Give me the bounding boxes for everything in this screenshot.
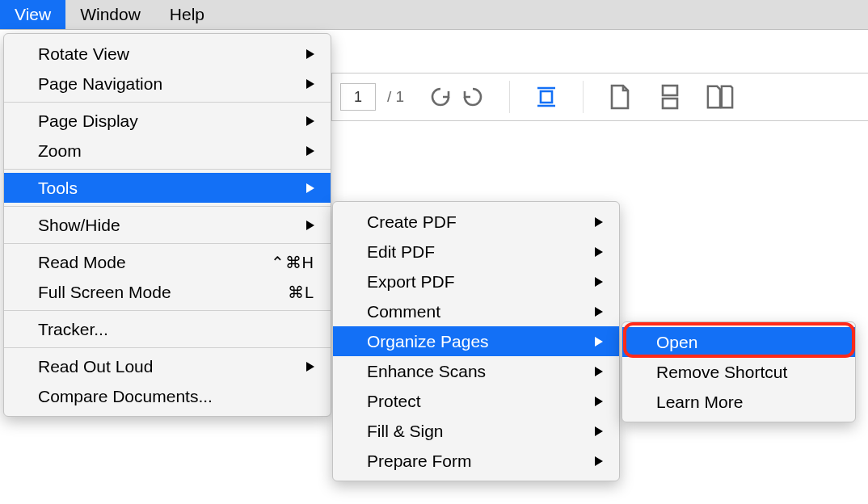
menubar-help[interactable]: Help xyxy=(155,0,219,29)
menu-protect-label: Protect xyxy=(367,392,421,411)
menu-tracker-label: Tracker... xyxy=(38,320,108,339)
menu-enhance-scans[interactable]: Enhance Scans xyxy=(333,356,619,386)
menu-rotate-view-label: Rotate View xyxy=(38,44,129,64)
menu-enhance-scans-label: Enhance Scans xyxy=(367,362,486,381)
rotate-ccw-icon[interactable] xyxy=(459,83,487,111)
menu-tools-label: Tools xyxy=(38,178,78,198)
menu-separator xyxy=(4,102,331,103)
menu-tracker[interactable]: Tracker... xyxy=(4,314,331,344)
page-icon[interactable] xyxy=(606,83,634,111)
submenu-arrow-icon xyxy=(306,116,314,126)
menu-rotate-view[interactable]: Rotate View xyxy=(4,39,331,69)
menu-edit-pdf-label: Edit PDF xyxy=(367,242,435,262)
two-page-icon[interactable] xyxy=(706,83,734,111)
submenu-arrow-icon xyxy=(306,146,314,156)
scroll-icon[interactable] xyxy=(656,83,684,111)
submenu-arrow-icon xyxy=(595,337,603,346)
menubar-view-label: View xyxy=(15,5,51,24)
submenu-arrow-icon xyxy=(306,183,314,193)
menu-compare-documents[interactable]: Compare Documents... xyxy=(4,381,331,411)
svg-rect-1 xyxy=(663,99,677,108)
submenu-arrow-icon xyxy=(595,277,603,287)
menu-learn-more-label: Learn More xyxy=(656,393,743,412)
submenu-arrow-icon xyxy=(306,362,314,372)
tools-submenu: Create PDF Edit PDF Export PDF Comment O… xyxy=(332,201,620,481)
menu-organize-pages[interactable]: Organize Pages xyxy=(333,326,619,356)
menu-fill-sign-label: Fill & Sign xyxy=(367,422,444,441)
menu-organize-pages-label: Organize Pages xyxy=(367,332,489,351)
menu-read-mode-label: Read Mode xyxy=(38,253,126,272)
menu-separator xyxy=(4,243,331,244)
menu-read-out-loud[interactable]: Read Out Loud xyxy=(4,351,331,381)
menu-read-mode-shortcut: ⌃⌘H xyxy=(271,253,314,272)
menu-export-pdf-label: Export PDF xyxy=(367,272,455,292)
menu-open[interactable]: Open xyxy=(622,327,855,357)
menubar-window[interactable]: Window xyxy=(65,0,155,29)
menu-page-navigation-label: Page Navigation xyxy=(38,74,162,94)
toolbar: / 1 xyxy=(331,73,868,121)
submenu-arrow-icon xyxy=(595,307,603,317)
svg-rect-0 xyxy=(663,86,677,95)
menubar-view[interactable]: View xyxy=(0,0,65,29)
submenu-arrow-icon xyxy=(595,217,603,227)
menu-fill-sign[interactable]: Fill & Sign xyxy=(333,416,619,446)
submenu-arrow-icon xyxy=(306,79,314,89)
menu-separator xyxy=(4,347,331,348)
view-menu: Rotate View Page Navigation Page Display… xyxy=(3,33,331,417)
submenu-arrow-icon xyxy=(595,456,603,466)
menu-full-screen-mode[interactable]: Full Screen Mode ⌘L xyxy=(4,277,331,307)
menu-export-pdf[interactable]: Export PDF xyxy=(333,267,619,296)
menu-page-navigation[interactable]: Page Navigation xyxy=(4,69,331,99)
menu-show-hide[interactable]: Show/Hide xyxy=(4,210,331,240)
menu-read-mode[interactable]: Read Mode ⌃⌘H xyxy=(4,247,331,277)
menu-zoom-label: Zoom xyxy=(38,141,82,161)
organize-pages-submenu: Open Remove Shortcut Learn More xyxy=(622,321,856,422)
rotate-cw-icon[interactable] xyxy=(427,83,454,111)
menubar-help-label: Help xyxy=(170,5,204,24)
menu-page-display-label: Page Display xyxy=(38,111,138,131)
toolbar-separator xyxy=(509,81,510,113)
menu-learn-more[interactable]: Learn More xyxy=(622,387,855,417)
menu-open-label: Open xyxy=(656,333,697,352)
menu-read-out-loud-label: Read Out Loud xyxy=(38,357,153,376)
menu-create-pdf-label: Create PDF xyxy=(367,212,457,232)
submenu-arrow-icon xyxy=(306,49,314,59)
page-number-input[interactable] xyxy=(340,83,376,111)
menu-protect[interactable]: Protect xyxy=(333,386,619,416)
menu-separator xyxy=(4,206,331,207)
menu-tools[interactable]: Tools xyxy=(4,173,331,203)
menu-show-hide-label: Show/Hide xyxy=(38,216,120,235)
menu-comment-label: Comment xyxy=(367,302,440,321)
menu-comment[interactable]: Comment xyxy=(333,296,619,326)
menu-separator xyxy=(4,169,331,170)
menu-prepare-form[interactable]: Prepare Form xyxy=(333,446,619,476)
submenu-arrow-icon xyxy=(595,426,603,436)
menubar: View Window Help xyxy=(0,0,868,30)
page-total-label: / 1 xyxy=(387,88,404,106)
submenu-arrow-icon xyxy=(595,367,603,376)
menu-edit-pdf[interactable]: Edit PDF xyxy=(333,237,619,267)
fit-width-icon[interactable] xyxy=(533,83,560,111)
menu-create-pdf[interactable]: Create PDF xyxy=(333,207,619,237)
menu-zoom[interactable]: Zoom xyxy=(4,136,331,166)
menu-full-screen-shortcut: ⌘L xyxy=(288,283,314,302)
menu-page-display[interactable]: Page Display xyxy=(4,106,331,136)
menu-separator xyxy=(4,310,331,311)
menu-remove-shortcut-label: Remove Shortcut xyxy=(656,363,787,382)
menubar-window-label: Window xyxy=(80,5,141,24)
menu-remove-shortcut[interactable]: Remove Shortcut xyxy=(622,357,855,387)
toolbar-separator xyxy=(583,81,584,113)
menu-prepare-form-label: Prepare Form xyxy=(367,452,472,471)
submenu-arrow-icon xyxy=(306,220,314,230)
menu-compare-documents-label: Compare Documents... xyxy=(38,387,213,406)
submenu-arrow-icon xyxy=(595,397,603,406)
submenu-arrow-icon xyxy=(595,247,603,257)
menu-full-screen-mode-label: Full Screen Mode xyxy=(38,283,171,302)
